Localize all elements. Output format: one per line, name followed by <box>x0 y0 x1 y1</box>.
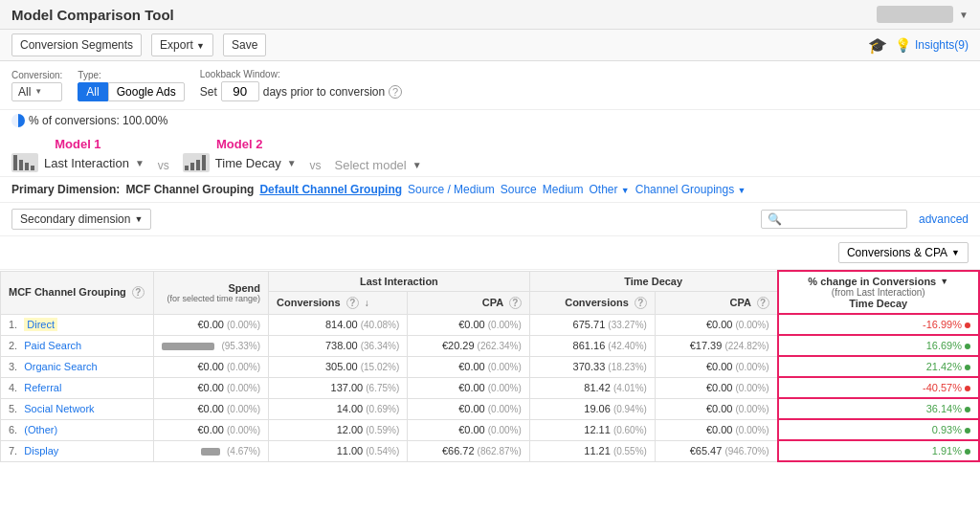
channel-caret-icon: ▼ <box>738 186 746 195</box>
pct-change-value: 0.93% <box>932 424 962 435</box>
li-cpa-cell: €0.00 (0.00%) <box>408 314 529 335</box>
save-button[interactable]: Save <box>223 33 266 56</box>
pct-change-value: -40.57% <box>923 382 962 393</box>
th-td-conversions: Conversions ? <box>529 292 655 314</box>
model1-caret-icon[interactable]: ▼ <box>135 158 145 168</box>
td-cpa-cell: €65.47 (946.70%) <box>655 440 777 461</box>
td-conv-cell: 370.33 (18.23%) <box>529 356 655 377</box>
model1-label: Model 1 <box>55 137 100 151</box>
channel-help-icon[interactable]: ? <box>132 286 145 299</box>
secondary-dim-bar: Secondary dimension ▼ 🔍 advanced <box>0 203 980 236</box>
dim-link-medium[interactable]: Medium <box>543 183 584 196</box>
model2-caret-icon[interactable]: ▼ <box>287 158 297 168</box>
export-caret-icon: ▼ <box>196 41 205 51</box>
data-table: MCF Channel Grouping ? Spend (for select… <box>0 270 980 462</box>
secondary-dim-select[interactable]: Secondary dimension ▼ <box>11 209 151 230</box>
model3-caret-icon[interactable]: ▼ <box>412 160 422 170</box>
pct-change-cell: 0.93% <box>778 419 979 440</box>
td-conv-cell: 861.16 (42.40%) <box>529 335 655 356</box>
td-cpa-cell: €0.00 (0.00%) <box>655 356 777 377</box>
td-cpa-cell: €17.39 (224.82%) <box>655 335 777 356</box>
li-conv-cell: 137.00 (6.75%) <box>269 377 408 398</box>
li-cpa-cell: €66.72 (862.87%) <box>408 440 529 461</box>
school-icon: 🎓 <box>868 36 887 55</box>
dim-link-source-medium[interactable]: Source / Medium <box>408 183 495 196</box>
conversion-caret-icon: ▼ <box>34 87 42 96</box>
search-input[interactable] <box>786 212 901 226</box>
li-conv-cell: 11.00 (0.54%) <box>269 440 408 461</box>
dim-other-dropdown[interactable]: Other ▼ <box>589 183 629 196</box>
insights-button[interactable]: 💡 Insights(9) <box>895 37 969 53</box>
th-time-decay-group: Time Decay <box>529 271 777 292</box>
spend-cell: €0.00 (0.00%) <box>154 314 269 335</box>
channel-link[interactable]: (Other) <box>24 424 57 435</box>
li-conv-cell: 814.00 (40.08%) <box>269 314 408 335</box>
model1-name: Last Interaction <box>44 156 129 170</box>
table-row: 4. Referral €0.00 (0.00%) 137.00 (6.75%)… <box>1 377 980 398</box>
channel-link[interactable]: Social Network <box>24 403 94 414</box>
channel-link[interactable]: Referral <box>24 382 61 393</box>
model3-block: Select model ▼ <box>335 158 422 172</box>
th-li-conversions[interactable]: Conversions ? ↓ <box>269 292 408 314</box>
change-dot-green <box>965 344 970 349</box>
filters-bar: Conversion: All ▼ Type: All Google Ads L… <box>0 61 980 110</box>
li-conv-help-icon[interactable]: ? <box>346 297 359 309</box>
spend-value: €0.00 <box>197 382 224 393</box>
change-dot-green <box>965 449 970 455</box>
channel-link[interactable]: Display <box>24 445 58 456</box>
channel-link[interactable]: Organic Search <box>24 361 97 372</box>
conversion-select[interactable]: All ▼ <box>11 82 62 101</box>
td-cpa-help-icon[interactable]: ? <box>757 297 769 309</box>
channel-link[interactable]: Direct <box>24 318 57 331</box>
dim-link-default[interactable]: Default Channel Grouping <box>259 183 402 196</box>
li-conv-sort-icon[interactable]: ↓ <box>365 298 369 308</box>
pct-change-value: 16.69% <box>926 340 962 351</box>
advanced-link[interactable]: advanced <box>919 212 969 226</box>
row-num: 5. <box>9 403 17 414</box>
td-conv-cell: 19.06 (0.94%) <box>529 398 655 419</box>
row-num: 6. <box>9 424 17 435</box>
search-box[interactable]: 🔍 <box>761 210 907 229</box>
conversions-cpa-button[interactable]: Conversions & CPA ▼ <box>838 242 969 263</box>
type-filter: Type: All Google Ads <box>78 70 184 101</box>
conversion-segments-button[interactable]: Conversion Segments <box>11 33 142 56</box>
table-row: 6. (Other) €0.00 (0.00%) 12.00 (0.59%) €… <box>1 419 980 440</box>
row-num: 3. <box>9 361 17 372</box>
type-google-button[interactable]: Google Ads <box>108 82 185 101</box>
td-conv-help-icon[interactable]: ? <box>635 297 647 309</box>
th-td-cpa: CPA ? <box>655 292 777 314</box>
spend-value: €0.00 <box>197 424 224 435</box>
spend-cell: €0.00 (0.00%) <box>154 377 269 398</box>
lookback-input[interactable] <box>221 81 259 101</box>
li-cpa-help-icon[interactable]: ? <box>509 297 522 309</box>
spend-pct: (95.33%) <box>221 341 260 351</box>
dim-link-source[interactable]: Source <box>501 183 537 196</box>
user-avatar <box>877 6 953 23</box>
page-title: Model Comparison Tool <box>11 7 174 23</box>
primary-dim-bar: Primary Dimension: MCF Channel Grouping … <box>0 177 980 203</box>
type-all-button[interactable]: All <box>78 82 107 101</box>
channel-cell: 3. Organic Search <box>1 356 154 377</box>
spend-cell: €0.00 (0.00%) <box>154 398 269 419</box>
dropdown-icon[interactable]: ▼ <box>959 10 969 20</box>
vs2-label: vs <box>310 159 322 172</box>
dim-channel-groupings-dropdown[interactable]: Channel Groupings ▼ <box>635 183 746 196</box>
channel-cell: 6. (Other) <box>1 419 154 440</box>
spend-cell: (95.33%) <box>154 335 269 356</box>
li-cpa-cell: €0.00 (0.00%) <box>408 377 529 398</box>
primary-dim-current: MCF Channel Grouping <box>125 183 254 196</box>
search-icon: 🔍 <box>768 212 782 226</box>
li-conv-cell: 12.00 (0.59%) <box>269 419 408 440</box>
spend-pct: (0.00%) <box>227 320 260 330</box>
channel-link[interactable]: Paid Search <box>24 340 81 351</box>
toolbar: Conversion Segments Export ▼ Save 🎓 💡 In… <box>0 30 980 61</box>
table-row: 7. Display (4.67%) 11.00 (0.54%) €66.72 … <box>1 440 980 461</box>
spend-cell: (4.67%) <box>154 440 269 461</box>
spend-value: €0.00 <box>197 319 224 330</box>
spend-bar <box>162 343 214 350</box>
export-button[interactable]: Export ▼ <box>151 33 213 56</box>
td-cpa-cell: €0.00 (0.00%) <box>655 377 777 398</box>
model3-placeholder[interactable]: Select model <box>335 158 407 172</box>
lookback-help-icon[interactable]: ? <box>389 85 402 99</box>
td-cpa-cell: €0.00 (0.00%) <box>655 314 777 335</box>
